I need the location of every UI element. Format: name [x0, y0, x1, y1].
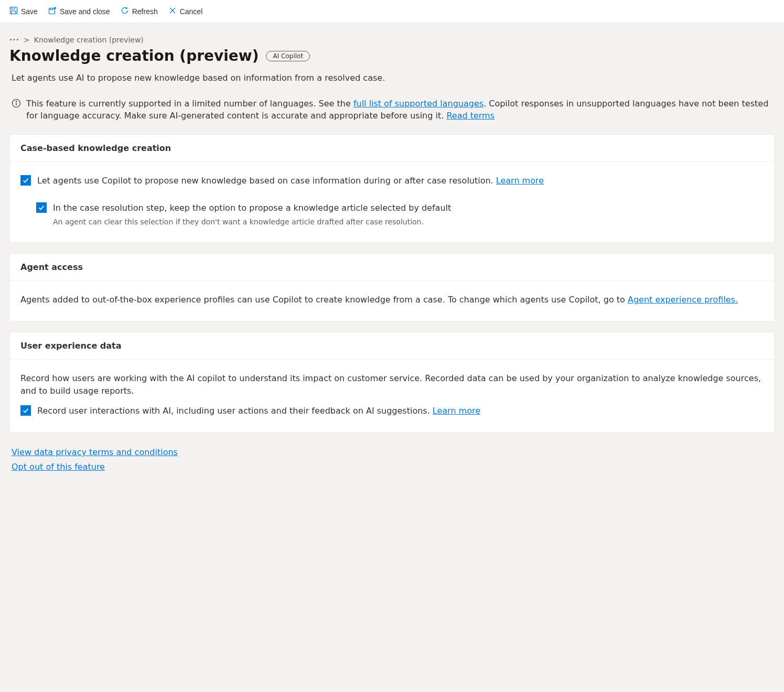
checkbox-default-selected[interactable] [36, 202, 47, 213]
save-and-close-icon [48, 6, 57, 16]
svg-rect-1 [12, 7, 15, 9]
checkbox-label-wrap: Record user interactions with AI, includ… [37, 405, 480, 417]
checkbox-propose[interactable] [20, 175, 31, 186]
command-bar: Save Save and close Refresh Cancel [0, 0, 784, 23]
supported-languages-link[interactable]: full list of supported languages [353, 99, 484, 109]
card-body: Let agents use Copilot to propose new kn… [10, 162, 774, 242]
close-icon [168, 6, 177, 16]
card-case-based: Case-based knowledge creation Let agents… [9, 134, 775, 243]
ai-copilot-badge: AI Copilot [266, 51, 310, 61]
card-body: Agents added to out-of-the-box experienc… [10, 281, 774, 321]
info-part1: This feature is currently supported in a… [26, 99, 353, 109]
card-ux-data: User experience data Record how users ar… [9, 332, 775, 433]
breadcrumb-more-icon[interactable]: ··· [9, 36, 19, 44]
breadcrumb-current: Knowledge creation (preview) [34, 36, 144, 44]
agent-experience-profiles-link[interactable]: Agent experience profiles. [628, 295, 738, 305]
card-title: Agent access [20, 262, 764, 272]
checkbox-row-default-selected: In the case resolution step, keep the op… [36, 202, 764, 228]
card-title: Case-based knowledge creation [20, 143, 764, 153]
footer-links: View data privacy terms and conditions O… [9, 443, 775, 473]
agent-access-text: Agents added to out-of-the-box experienc… [20, 295, 628, 305]
card-agent-access: Agent access Agents added to out-of-the-… [9, 253, 775, 321]
learn-more-link[interactable]: Learn more [433, 406, 480, 416]
checkbox-subtext: An agent can clear this selection if the… [53, 217, 451, 228]
page-title: Knowledge creation (preview) [9, 47, 259, 64]
info-notice: This feature is currently supported in a… [9, 98, 775, 122]
checkbox-row-record: Record user interactions with AI, includ… [20, 405, 764, 417]
save-icon [9, 6, 18, 16]
card-header: Case-based knowledge creation [10, 135, 774, 162]
read-terms-link[interactable]: Read terms [446, 111, 495, 121]
save-and-close-button[interactable]: Save and close [43, 3, 115, 19]
card-header: User experience data [10, 332, 774, 360]
refresh-button[interactable]: Refresh [115, 3, 163, 19]
cancel-button[interactable]: Cancel [163, 3, 208, 19]
checkbox-label: Record user interactions with AI, includ… [37, 405, 480, 417]
save-and-close-label: Save and close [60, 7, 110, 16]
info-text: This feature is currently supported in a… [26, 98, 772, 122]
card-body: Record how users are working with the AI… [10, 360, 774, 432]
checkbox-label-wrap: In the case resolution step, keep the op… [53, 202, 451, 228]
save-label: Save [21, 7, 38, 16]
title-row: Knowledge creation (preview) AI Copilot [9, 47, 775, 64]
ux-data-text: Record how users are working with the AI… [20, 372, 764, 397]
svg-point-7 [16, 101, 16, 102]
checkbox-label-text: Record user interactions with AI, includ… [37, 406, 433, 416]
card-header: Agent access [10, 254, 774, 281]
checkbox-record[interactable] [20, 405, 31, 416]
checkbox-row-propose: Let agents use Copilot to propose new kn… [20, 175, 764, 187]
lead-text: Let agents use AI to propose new knowled… [9, 73, 775, 83]
breadcrumb: ··· > Knowledge creation (preview) [9, 33, 775, 44]
refresh-label: Refresh [132, 7, 158, 16]
info-icon [12, 99, 21, 111]
privacy-terms-link[interactable]: View data privacy terms and conditions [12, 445, 178, 459]
card-title: User experience data [20, 341, 764, 351]
svg-rect-2 [12, 11, 16, 14]
checkbox-label-wrap: Let agents use Copilot to propose new kn… [37, 175, 544, 187]
chevron-right-icon: > [24, 36, 30, 44]
checkbox-label-text: Let agents use Copilot to propose new kn… [37, 176, 496, 186]
checkbox-label: Let agents use Copilot to propose new kn… [37, 175, 544, 187]
page-content: ··· > Knowledge creation (preview) Knowl… [0, 23, 784, 490]
save-button[interactable]: Save [4, 3, 43, 19]
refresh-icon [121, 6, 129, 16]
checkbox-label: In the case resolution step, keep the op… [53, 202, 451, 214]
cancel-label: Cancel [180, 7, 203, 16]
learn-more-link[interactable]: Learn more [496, 176, 544, 186]
svg-rect-4 [50, 8, 52, 10]
opt-out-link[interactable]: Opt out of this feature [12, 460, 105, 474]
